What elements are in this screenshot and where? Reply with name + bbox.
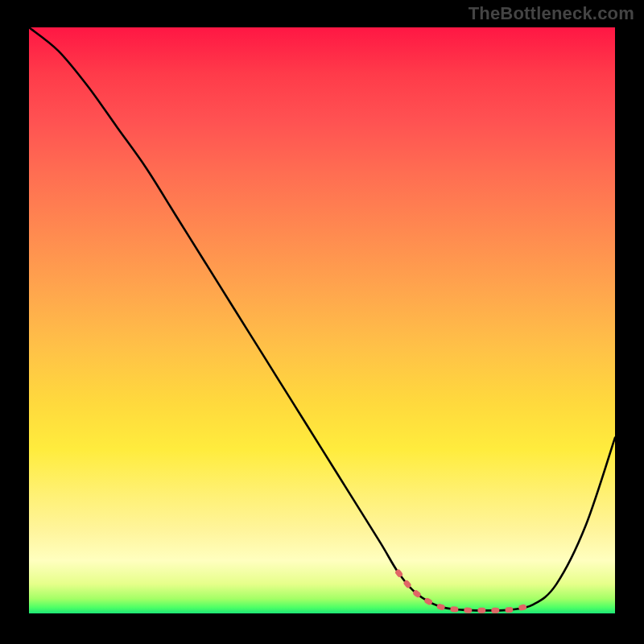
curve-svg (29, 27, 615, 613)
chart-frame: TheBottleneck.com (0, 0, 644, 644)
bottleneck-curve (29, 27, 615, 610)
optimal-range-highlight (398, 572, 527, 610)
watermark-text: TheBottleneck.com (469, 3, 634, 24)
plot-area (29, 27, 615, 613)
